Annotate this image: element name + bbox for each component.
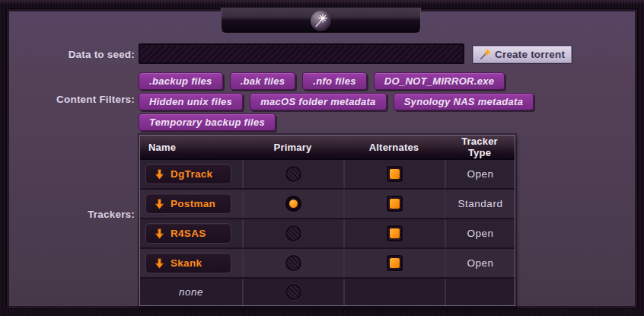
chip-row: Hidden unix filesmacOS folder metadataSy…: [139, 93, 534, 110]
header-tracker-type: Tracker Type: [445, 136, 515, 158]
tracker-name-cell: none: [140, 279, 242, 305]
chip-row: Temporary backup files: [139, 113, 534, 131]
content-filter-chip[interactable]: .bak files: [230, 72, 296, 90]
wand-sparkle-icon: [313, 12, 329, 28]
primary-radio[interactable]: [285, 225, 301, 241]
primary-radio[interactable]: [285, 284, 301, 300]
content-filter-chip[interactable]: macOS folder metadata: [250, 93, 387, 110]
alternates-checkbox[interactable]: [387, 225, 403, 241]
trackers-table-header: Name Primary Alternates Tracker Type: [140, 136, 515, 160]
alternates-checkbox[interactable]: [387, 196, 403, 212]
trackers-table: Name Primary Alternates Tracker Type DgT…: [139, 135, 515, 306]
tracker-name: DgTrack: [171, 168, 212, 180]
tracker-type-cell: Standard: [445, 190, 515, 218]
primary-cell: [242, 160, 343, 188]
tracker-name: R4SAS: [171, 228, 206, 239]
tracker-type-cell: [445, 279, 515, 305]
tracker-row: DgTrackOpen: [140, 160, 515, 188]
tracker-link-dgtrack[interactable]: DgTrack: [145, 164, 231, 184]
magic-wand-icon: [480, 49, 491, 60]
content-filter-chip[interactable]: Hidden unix files: [139, 93, 243, 110]
tracker-row: none: [140, 277, 515, 305]
content-filter-chips: .backup files.bak files.nfo filesDO_NOT_…: [139, 72, 534, 134]
tracker-type-value: Standard: [458, 198, 503, 209]
header-alternates: Alternates: [343, 142, 445, 153]
primary-radio[interactable]: [285, 196, 301, 212]
download-arrow-icon: [155, 258, 164, 269]
alternates-checkbox[interactable]: [387, 166, 403, 182]
tracker-row: SkankOpen: [140, 247, 515, 277]
create-torrent-label: Create torrent: [495, 49, 565, 60]
tracker-row: R4SASOpen: [140, 218, 515, 247]
download-arrow-icon: [155, 169, 164, 180]
tracker-link-postman[interactable]: Postman: [145, 193, 231, 214]
tracker-link-skank[interactable]: Skank: [145, 253, 231, 273]
tracker-link-r4sas[interactable]: R4SAS: [145, 223, 231, 244]
tracker-name-cell: R4SAS: [140, 219, 242, 247]
tracker-type-cell: Open: [445, 160, 515, 188]
primary-cell: [242, 190, 343, 218]
download-arrow-icon: [155, 228, 164, 239]
tracker-type-cell: Open: [445, 249, 515, 277]
primary-cell: [242, 219, 343, 247]
primary-cell: [242, 249, 343, 277]
alternates-cell: [343, 279, 445, 305]
tracker-type-cell: Open: [445, 219, 515, 247]
tracker-type-value: Open: [467, 257, 493, 269]
tracker-none-label: none: [140, 286, 242, 298]
tracker-name: Skank: [171, 257, 202, 269]
tracker-type-value: Open: [467, 168, 493, 180]
download-arrow-icon: [155, 199, 164, 209]
content-filter-chip[interactable]: .nfo files: [302, 72, 366, 90]
alternates-cell: [343, 160, 445, 188]
primary-radio[interactable]: [285, 255, 301, 271]
alternates-cell: [343, 249, 445, 277]
tracker-row: PostmanStandard: [140, 188, 515, 218]
primary-cell: [242, 279, 343, 305]
header-primary: Primary: [242, 142, 343, 153]
trackers-label: Trackers:: [0, 209, 135, 220]
data-to-seed-input[interactable]: [139, 43, 464, 64]
content-filter-chip[interactable]: DO_NOT_MIRROR.exe: [374, 72, 505, 90]
tracker-type-value: Open: [467, 228, 493, 239]
content-filter-chip[interactable]: Temporary backup files: [139, 113, 276, 131]
chip-row: .backup files.bak files.nfo filesDO_NOT_…: [139, 72, 534, 90]
tracker-name-cell: Postman: [140, 190, 242, 218]
create-torrent-button[interactable]: Create torrent: [472, 45, 572, 64]
tracker-name: Postman: [171, 198, 215, 209]
alternates-cell: [343, 190, 445, 218]
primary-radio[interactable]: [285, 166, 301, 182]
content-filters-label: Content Filters:: [0, 94, 135, 105]
data-to-seed-label: Data to seed:: [0, 49, 135, 60]
content-filter-chip[interactable]: Synology NAS metadata: [394, 93, 534, 110]
alternates-cell: [343, 219, 445, 247]
content-filter-chip[interactable]: .backup files: [139, 72, 223, 90]
tracker-name-cell: DgTrack: [140, 160, 242, 188]
tracker-name-cell: Skank: [140, 249, 242, 277]
magic-wand-sphere-icon[interactable]: [311, 11, 331, 31]
snark-toolbar: [221, 8, 421, 33]
header-name: Name: [140, 142, 242, 153]
alternates-checkbox[interactable]: [387, 255, 403, 271]
trackers-table-body: DgTrackOpenPostmanStandardR4SASOpenSkank…: [140, 160, 515, 305]
